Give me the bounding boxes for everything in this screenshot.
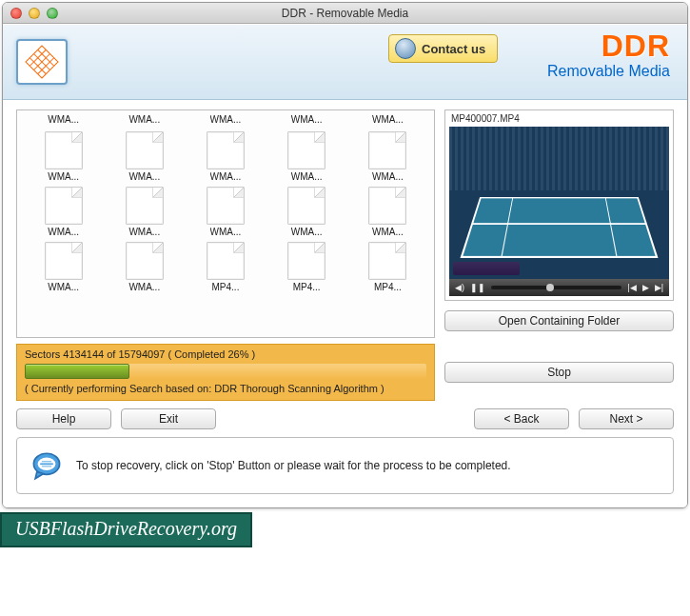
window-title: DDR - Removable Media: [3, 7, 687, 20]
file-icon: [45, 131, 83, 169]
file-label: WMA...: [372, 227, 404, 237]
help-button[interactable]: Help: [16, 408, 111, 429]
file-label: WMA...: [128, 282, 160, 292]
file-item[interactable]: WMA...: [187, 131, 264, 185]
file-item[interactable]: MP4...: [349, 242, 426, 295]
file-item[interactable]: WMA...: [106, 131, 183, 185]
titlebar: DDR - Removable Media: [3, 3, 687, 24]
file-item[interactable]: MP4...: [187, 242, 264, 295]
file-label: WMA...: [291, 171, 323, 182]
file-icon: [126, 131, 164, 169]
info-message: To stop recovery, click on 'Stop' Button…: [76, 459, 511, 472]
media-controls: ◀) ❚❚ |◀ ▶ ▶|: [449, 279, 669, 296]
sectors-text: Sectors 4134144 of 15794097 ( Completed …: [25, 348, 426, 360]
file-icon: [207, 187, 245, 225]
file-label: WMA...: [48, 227, 79, 237]
file-item[interactable]: WMA...: [268, 131, 345, 185]
file-label: MP4...: [212, 282, 240, 292]
app-window: DDR - Removable Media Contact us DDR Rem…: [2, 2, 688, 508]
preview-box: MP400007.MP4 ◀) ❚❚ |◀ ▶ ▶|: [444, 109, 674, 301]
pause-icon[interactable]: ❚❚: [470, 283, 485, 292]
file-item[interactable]: WMA...: [349, 116, 426, 128]
file-label: WMA...: [48, 171, 79, 182]
exit-button[interactable]: Exit: [121, 408, 216, 429]
button-row: Help Exit < Back Next >: [16, 408, 674, 429]
file-label: WMA...: [128, 171, 160, 182]
file-icon: [45, 242, 83, 280]
info-icon: [30, 449, 63, 482]
file-label: WMA...: [372, 171, 404, 182]
contact-us-button[interactable]: Contact us: [388, 34, 498, 63]
file-item[interactable]: WMA...: [106, 242, 183, 295]
stop-button[interactable]: Stop: [444, 362, 674, 383]
progress-panel: Sectors 4134144 of 15794097 ( Completed …: [16, 344, 435, 401]
file-item[interactable]: WMA...: [268, 116, 345, 128]
file-item[interactable]: WMA...: [25, 242, 102, 295]
file-label: MP4...: [374, 282, 402, 292]
file-label: WMA...: [210, 227, 242, 237]
play-icon[interactable]: ▶: [642, 283, 649, 292]
progress-bar-fill: [25, 364, 129, 379]
file-label: WMA...: [210, 171, 242, 182]
file-item[interactable]: WMA...: [349, 187, 426, 240]
close-icon[interactable]: [10, 8, 22, 19]
file-item[interactable]: WMA...: [25, 131, 102, 185]
file-item[interactable]: WMA...: [187, 187, 264, 240]
footer-site-badge: USBFlashDriveRecovery.org: [0, 512, 252, 547]
file-label: WMA...: [48, 114, 79, 125]
traffic-lights: [10, 8, 58, 19]
file-icon: [45, 187, 83, 225]
file-icon: [368, 187, 406, 225]
app-logo-icon: [16, 39, 68, 85]
brand-title: DDR: [547, 30, 670, 61]
file-label: WMA...: [372, 114, 404, 125]
file-label: WMA...: [291, 114, 323, 125]
file-icon: [126, 187, 164, 225]
file-label: WMA...: [128, 227, 160, 237]
volume-icon[interactable]: ◀): [455, 283, 464, 292]
next-button[interactable]: Next >: [579, 408, 674, 429]
file-item[interactable]: WMA...: [268, 187, 345, 240]
file-item[interactable]: WMA...: [106, 187, 183, 240]
file-list-panel[interactable]: WMA...WMA...WMA...WMA...WMA... WMA...WMA…: [16, 109, 435, 338]
brand-block: DDR Removable Media: [547, 30, 670, 80]
contact-avatar-icon: [395, 38, 416, 59]
file-item[interactable]: WMA...: [349, 131, 426, 185]
file-item[interactable]: WMA...: [187, 116, 264, 128]
contact-label: Contact us: [422, 42, 485, 56]
file-icon: [207, 131, 245, 169]
file-label: WMA...: [128, 114, 160, 125]
algorithm-text: ( Currently performing Search based on: …: [25, 383, 426, 394]
brand-subtitle: Removable Media: [547, 63, 670, 80]
file-icon: [287, 131, 325, 169]
file-label: WMA...: [48, 282, 79, 292]
file-icon: [126, 242, 164, 280]
file-item[interactable]: WMA...: [25, 187, 102, 240]
file-icon: [368, 242, 406, 280]
file-icon: [287, 187, 325, 225]
next-icon[interactable]: ▶|: [655, 283, 663, 292]
file-item[interactable]: MP4...: [268, 242, 345, 295]
file-icon: [368, 131, 406, 169]
header-banner: Contact us DDR Removable Media: [3, 24, 687, 100]
file-label: WMA...: [291, 227, 323, 237]
file-label: MP4...: [293, 282, 321, 292]
progress-bar-track: [25, 364, 426, 379]
zoom-icon[interactable]: [47, 8, 58, 19]
content-area: WMA...WMA...WMA...WMA...WMA... WMA...WMA…: [3, 100, 687, 507]
info-box: To stop recovery, click on 'Stop' Button…: [16, 437, 674, 494]
prev-icon[interactable]: |◀: [627, 283, 636, 292]
open-containing-folder-button[interactable]: Open Containing Folder: [444, 310, 674, 331]
preview-panel: MP400007.MP4 ◀) ❚❚ |◀ ▶ ▶|: [444, 109, 674, 338]
preview-filename: MP400007.MP4: [449, 112, 669, 127]
file-icon: [287, 242, 325, 280]
seek-bar[interactable]: [491, 286, 621, 289]
file-label: WMA...: [210, 114, 242, 125]
preview-thumbnail: [449, 127, 669, 279]
file-icon: [207, 242, 245, 280]
minimize-icon[interactable]: [29, 8, 40, 19]
file-item[interactable]: WMA...: [25, 116, 102, 128]
file-item[interactable]: WMA...: [106, 116, 183, 128]
back-button[interactable]: < Back: [474, 408, 569, 429]
